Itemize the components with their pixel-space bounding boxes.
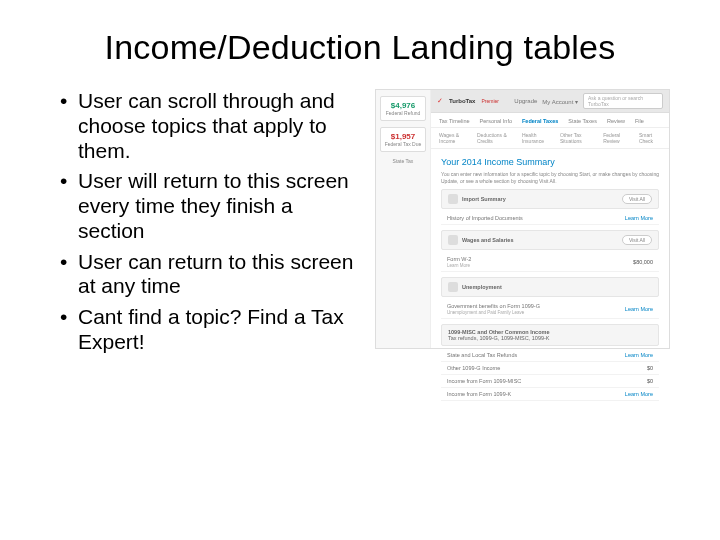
row-label: Other 1099-G Income — [447, 365, 500, 371]
bullet-item: User can return to this screen at any ti… — [60, 250, 355, 300]
tax-due-label: Federal Tax Due — [383, 141, 423, 147]
row-amount: $80,000 — [633, 259, 653, 265]
subtab-health[interactable]: Health Insurance — [522, 132, 551, 144]
section-title: Wages and Salaries — [462, 237, 513, 243]
row-label: History of Imported Documents — [447, 215, 523, 221]
tab-federal[interactable]: Federal Taxes — [522, 118, 558, 124]
primary-tabs: Tax Timeline Personal Info Federal Taxes… — [431, 113, 669, 128]
bullet-list: User can scroll through and choose topic… — [60, 89, 355, 361]
tab-file[interactable]: File — [635, 118, 644, 124]
row-1099k: Income from Form 1099-K Learn More — [441, 388, 659, 401]
account-menu[interactable]: My Account ▾ — [542, 98, 578, 105]
refund-amount: $4,976 — [383, 101, 423, 110]
row-sublabel: Unemployment and Paid Family Leave — [447, 310, 540, 315]
row-state-refund: State and Local Tax Refunds Learn More — [441, 349, 659, 362]
bullet-item: User will return to this screen every ti… — [60, 169, 355, 243]
row-1099g: Government benefits on Form 1099-GUnempl… — [441, 300, 659, 319]
subtab-deductions[interactable]: Deductions & Credits — [477, 132, 513, 144]
learn-more-link[interactable]: Learn More — [625, 352, 653, 358]
row-import-history: History of Imported Documents Learn More — [441, 212, 659, 225]
section-title: Import Summary — [462, 196, 506, 202]
row-1099misc: Income from Form 1099-MISC $0 — [441, 375, 659, 388]
row-w2: Form W-2Learn More $80,000 — [441, 253, 659, 272]
main-panel: ✓ TurboTax Premier Upgrade My Account ▾ … — [431, 90, 669, 348]
import-icon — [448, 194, 458, 204]
slide-content: User can scroll through and choose topic… — [0, 89, 720, 361]
upgrade-link[interactable]: Upgrade — [514, 98, 537, 104]
page-description: You can enter new information for a spec… — [441, 171, 659, 184]
tab-review[interactable]: Review — [607, 118, 625, 124]
bullet-item: Cant find a topic? Find a Tax Expert! — [60, 305, 355, 355]
refund-badge: $4,976 Federal Refund — [380, 96, 426, 121]
visit-all-button[interactable]: Visit All — [622, 235, 652, 245]
subtab-other[interactable]: Other Tax Situations — [560, 132, 594, 144]
state-tax-label: State Tax — [380, 158, 426, 164]
wages-icon — [448, 235, 458, 245]
section-subtitle: Tax refunds, 1099-G, 1099-MISC, 1099-K — [448, 335, 550, 341]
bullet-item: User can scroll through and choose topic… — [60, 89, 355, 163]
slide-title: Income/Deduction Landing tables — [0, 0, 720, 89]
search-input[interactable]: Ask a question or search TurboTax — [583, 93, 663, 109]
section-unemployment: Unemployment — [441, 277, 659, 297]
section-import: Import Summary Visit All — [441, 189, 659, 209]
subtab-smart-check[interactable]: Smart Check — [639, 132, 661, 144]
tab-timeline[interactable]: Tax Timeline — [439, 118, 470, 124]
section-1099misc: 1099-MISC and Other Common IncomeTax ref… — [441, 324, 659, 346]
unemployment-icon — [448, 282, 458, 292]
row-amount: $0 — [647, 365, 653, 371]
section-title: Unemployment — [462, 284, 502, 290]
row-amount: $0 — [647, 378, 653, 384]
sidebar: $4,976 Federal Refund $1,957 Federal Tax… — [376, 90, 431, 348]
section-wages: Wages and Salaries Visit All — [441, 230, 659, 250]
tax-due-amount: $1,957 — [383, 132, 423, 141]
row-label: Income from Form 1099-K — [447, 391, 511, 397]
app-logo: TurboTax — [449, 98, 475, 104]
subtab-fed-review[interactable]: Federal Review — [603, 132, 630, 144]
refund-label: Federal Refund — [383, 110, 423, 116]
learn-more-link[interactable]: Learn More — [625, 391, 653, 397]
tax-due-badge: $1,957 Federal Tax Due — [380, 127, 426, 152]
product-tier: Premier — [481, 98, 499, 104]
visit-all-button[interactable]: Visit All — [622, 194, 652, 204]
row-other-1099g: Other 1099-G Income $0 — [441, 362, 659, 375]
subtab-wages[interactable]: Wages & Income — [439, 132, 468, 144]
logo-check-icon: ✓ — [437, 97, 443, 105]
page-heading: Your 2014 Income Summary — [441, 157, 659, 167]
row-label: State and Local Tax Refunds — [447, 352, 517, 358]
secondary-tabs: Wages & Income Deductions & Credits Heal… — [431, 128, 669, 149]
learn-more-link[interactable]: Learn More — [447, 263, 471, 268]
learn-more-link[interactable]: Learn More — [625, 215, 653, 221]
row-label: Government benefits on Form 1099-G — [447, 303, 540, 309]
body: Your 2014 Income Summary You can enter n… — [431, 149, 669, 409]
row-label: Income from Form 1099-MISC — [447, 378, 521, 384]
topbar: ✓ TurboTax Premier Upgrade My Account ▾ … — [431, 90, 669, 113]
tab-state[interactable]: State Taxes — [568, 118, 597, 124]
learn-more-link[interactable]: Learn More — [625, 306, 653, 312]
row-label: Form W-2 — [447, 256, 471, 262]
embedded-screenshot: $4,976 Federal Refund $1,957 Federal Tax… — [375, 89, 670, 349]
tab-personal[interactable]: Personal Info — [480, 118, 512, 124]
